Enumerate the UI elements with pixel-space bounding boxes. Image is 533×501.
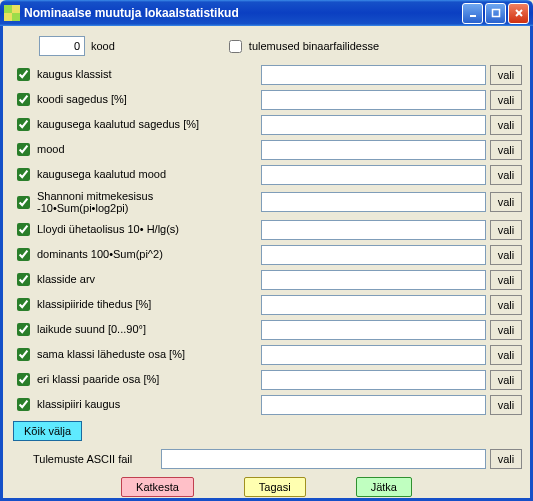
- stat-checkbox[interactable]: [17, 168, 30, 181]
- stat-label: kaugusega kaalutud mood: [37, 168, 166, 180]
- binary-checkbox-row[interactable]: tulemused binaarfailidesse: [225, 37, 379, 56]
- vali-button[interactable]: vali: [490, 345, 522, 365]
- stat-row: Shannoni mitmekesisus -10•Sum(pi•log2pi)…: [11, 187, 522, 217]
- stat-checkbox-label[interactable]: kaugus klassist: [11, 65, 261, 84]
- ascii-input[interactable]: [161, 449, 486, 469]
- stat-input[interactable]: [261, 370, 486, 390]
- stat-checkbox-label[interactable]: Lloydi ühetaolisus 10• H/lg(s): [11, 220, 261, 239]
- stat-checkbox[interactable]: [17, 348, 30, 361]
- stat-checkbox[interactable]: [17, 373, 30, 386]
- vali-button[interactable]: vali: [490, 320, 522, 340]
- stat-input[interactable]: [261, 115, 486, 135]
- stat-checkbox-label[interactable]: klassipiiri kaugus: [11, 395, 261, 414]
- stat-checkbox[interactable]: [17, 398, 30, 411]
- stat-label: dominants 100•Sum(pi^2): [37, 248, 163, 260]
- window-controls: [462, 3, 529, 24]
- ascii-vali-button[interactable]: vali: [490, 449, 522, 469]
- ascii-row: Tulemuste ASCII fail vali: [33, 449, 522, 469]
- stat-label: Lloydi ühetaolisus 10• H/lg(s): [37, 223, 179, 235]
- stat-input[interactable]: [261, 90, 486, 110]
- stat-label: sama klassi läheduste osa [%]: [37, 348, 185, 360]
- stat-checkbox[interactable]: [17, 298, 30, 311]
- stat-label: koodi sagedus [%]: [37, 93, 127, 105]
- vali-button[interactable]: vali: [490, 90, 522, 110]
- vali-button[interactable]: vali: [490, 165, 522, 185]
- app-icon: [4, 5, 20, 21]
- next-button[interactable]: Jätka: [356, 477, 412, 497]
- cancel-button[interactable]: Katkesta: [121, 477, 194, 497]
- stat-checkbox-label[interactable]: dominants 100•Sum(pi^2): [11, 245, 261, 264]
- stat-checkbox-label[interactable]: kaugusega kaalutud sagedus [%]: [11, 115, 261, 134]
- minimize-button[interactable]: [462, 3, 483, 24]
- stat-row: dominants 100•Sum(pi^2)vali: [11, 242, 522, 267]
- stat-input[interactable]: [261, 140, 486, 160]
- maximize-button[interactable]: [485, 3, 506, 24]
- vali-button[interactable]: vali: [490, 245, 522, 265]
- vali-button[interactable]: vali: [490, 140, 522, 160]
- stat-checkbox[interactable]: [17, 118, 30, 131]
- dialog-body: kood tulemused binaarfailidesse kaugus k…: [0, 26, 533, 501]
- stat-input[interactable]: [261, 345, 486, 365]
- stat-label: laikude suund [0...90°]: [37, 323, 146, 335]
- stat-checkbox[interactable]: [17, 248, 30, 261]
- stat-checkbox-label[interactable]: laikude suund [0...90°]: [11, 320, 261, 339]
- stat-checkbox[interactable]: [17, 68, 30, 81]
- vali-button[interactable]: vali: [490, 395, 522, 415]
- kood-label: kood: [91, 40, 115, 52]
- stat-row: koodi sagedus [%]vali: [11, 87, 522, 112]
- stat-checkbox-label[interactable]: mood: [11, 140, 261, 159]
- stat-label: klasside arv: [37, 273, 95, 285]
- stat-label: eri klassi paaride osa [%]: [37, 373, 159, 385]
- stat-input[interactable]: [261, 395, 486, 415]
- stat-checkbox[interactable]: [17, 93, 30, 106]
- stat-checkbox-label[interactable]: sama klassi läheduste osa [%]: [11, 345, 261, 364]
- koik-valja-button[interactable]: Kõik välja: [13, 421, 82, 441]
- stat-row: klassipiiri kaugusvali: [11, 392, 522, 417]
- stat-label: klassipiiri kaugus: [37, 398, 120, 410]
- stat-input[interactable]: [261, 65, 486, 85]
- stat-row: moodvali: [11, 137, 522, 162]
- stat-input[interactable]: [261, 295, 486, 315]
- close-button[interactable]: [508, 3, 529, 24]
- stat-input[interactable]: [261, 320, 486, 340]
- stat-checkbox-label[interactable]: kaugusega kaalutud mood: [11, 165, 261, 184]
- stat-row: kaugusega kaalutud moodvali: [11, 162, 522, 187]
- svg-rect-1: [492, 10, 499, 17]
- stat-input[interactable]: [261, 245, 486, 265]
- window-title: Nominaalse muutuja lokaalstatistikud: [24, 6, 462, 20]
- vali-button[interactable]: vali: [490, 270, 522, 290]
- vali-button[interactable]: vali: [490, 115, 522, 135]
- stat-checkbox-label[interactable]: eri klassi paaride osa [%]: [11, 370, 261, 389]
- vali-button[interactable]: vali: [490, 192, 522, 212]
- stat-checkbox[interactable]: [17, 223, 30, 236]
- stat-checkbox-label[interactable]: klassipiiride tihedus [%]: [11, 295, 261, 314]
- stat-checkbox[interactable]: [17, 323, 30, 336]
- stat-label: Shannoni mitmekesisus -10•Sum(pi•log2pi): [37, 190, 153, 214]
- stat-checkbox-label[interactable]: klasside arv: [11, 270, 261, 289]
- vali-button[interactable]: vali: [490, 370, 522, 390]
- stat-checkbox[interactable]: [17, 196, 30, 209]
- stat-row: Lloydi ühetaolisus 10• H/lg(s)vali: [11, 217, 522, 242]
- vali-button[interactable]: vali: [490, 220, 522, 240]
- stat-row: kaugus klassistvali: [11, 62, 522, 87]
- vali-button[interactable]: vali: [490, 65, 522, 85]
- stat-input[interactable]: [261, 165, 486, 185]
- binary-checkbox[interactable]: [229, 40, 242, 53]
- stat-input[interactable]: [261, 270, 486, 290]
- stat-input[interactable]: [261, 220, 486, 240]
- stat-checkbox[interactable]: [17, 143, 30, 156]
- stat-checkbox-label[interactable]: koodi sagedus [%]: [11, 90, 261, 109]
- binary-label: tulemused binaarfailidesse: [249, 40, 379, 52]
- bottom-buttons: Katkesta Tagasi Jätka: [11, 477, 522, 497]
- kood-input[interactable]: [39, 36, 85, 56]
- stat-row: laikude suund [0...90°]vali: [11, 317, 522, 342]
- vali-button[interactable]: vali: [490, 295, 522, 315]
- stat-checkbox[interactable]: [17, 273, 30, 286]
- back-button[interactable]: Tagasi: [244, 477, 306, 497]
- stat-row: eri klassi paaride osa [%]vali: [11, 367, 522, 392]
- stat-input[interactable]: [261, 192, 486, 212]
- stat-row: sama klassi läheduste osa [%]vali: [11, 342, 522, 367]
- ascii-label: Tulemuste ASCII fail: [33, 453, 161, 465]
- stat-checkbox-label[interactable]: Shannoni mitmekesisus -10•Sum(pi•log2pi): [11, 190, 261, 214]
- stat-row: kaugusega kaalutud sagedus [%]vali: [11, 112, 522, 137]
